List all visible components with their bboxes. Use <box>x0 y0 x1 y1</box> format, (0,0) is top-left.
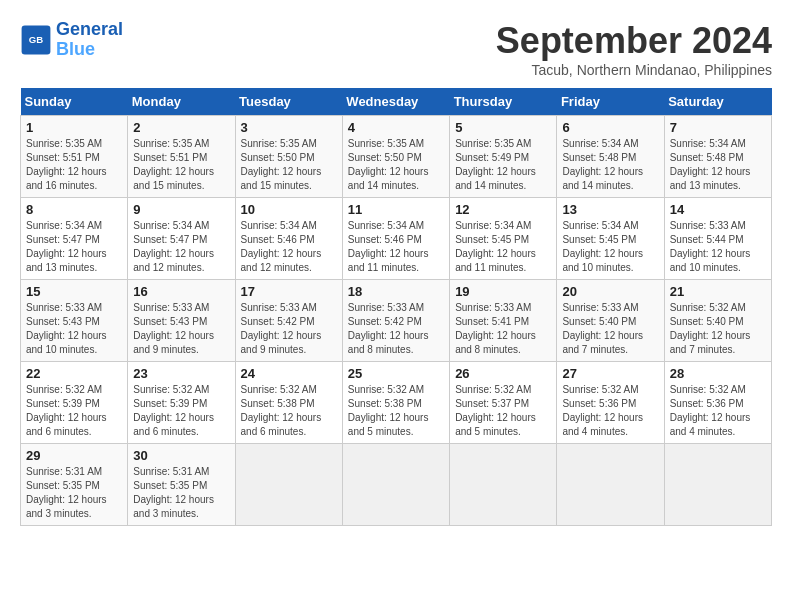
day-number: 1 <box>26 120 122 135</box>
svg-text:GB: GB <box>29 34 43 45</box>
day-info: Sunrise: 5:32 AMSunset: 5:38 PMDaylight:… <box>348 383 444 439</box>
day-number: 6 <box>562 120 658 135</box>
day-info: Sunrise: 5:35 AMSunset: 5:51 PMDaylight:… <box>26 137 122 193</box>
day-number: 20 <box>562 284 658 299</box>
day-number: 21 <box>670 284 766 299</box>
logo: GB General Blue <box>20 20 123 60</box>
day-number: 29 <box>26 448 122 463</box>
header-thursday: Thursday <box>450 88 557 116</box>
calendar-day-16: 16Sunrise: 5:33 AMSunset: 5:43 PMDayligh… <box>128 280 235 362</box>
calendar-day-7: 7Sunrise: 5:34 AMSunset: 5:48 PMDaylight… <box>664 116 771 198</box>
calendar-day-1: 1Sunrise: 5:35 AMSunset: 5:51 PMDaylight… <box>21 116 128 198</box>
calendar-day-4: 4Sunrise: 5:35 AMSunset: 5:50 PMDaylight… <box>342 116 449 198</box>
day-number: 12 <box>455 202 551 217</box>
day-info: Sunrise: 5:34 AMSunset: 5:47 PMDaylight:… <box>133 219 229 275</box>
day-number: 28 <box>670 366 766 381</box>
day-number: 17 <box>241 284 337 299</box>
location-subtitle: Tacub, Northern Mindanao, Philippines <box>496 62 772 78</box>
day-number: 5 <box>455 120 551 135</box>
calendar-day-23: 23Sunrise: 5:32 AMSunset: 5:39 PMDayligh… <box>128 362 235 444</box>
calendar-week-5: 29Sunrise: 5:31 AMSunset: 5:35 PMDayligh… <box>21 444 772 526</box>
day-info: Sunrise: 5:33 AMSunset: 5:42 PMDaylight:… <box>348 301 444 357</box>
calendar-day-17: 17Sunrise: 5:33 AMSunset: 5:42 PMDayligh… <box>235 280 342 362</box>
calendar-day-10: 10Sunrise: 5:34 AMSunset: 5:46 PMDayligh… <box>235 198 342 280</box>
day-info: Sunrise: 5:34 AMSunset: 5:48 PMDaylight:… <box>670 137 766 193</box>
day-info: Sunrise: 5:32 AMSunset: 5:39 PMDaylight:… <box>133 383 229 439</box>
calendar-day-28: 28Sunrise: 5:32 AMSunset: 5:36 PMDayligh… <box>664 362 771 444</box>
day-info: Sunrise: 5:35 AMSunset: 5:50 PMDaylight:… <box>348 137 444 193</box>
day-info: Sunrise: 5:34 AMSunset: 5:45 PMDaylight:… <box>455 219 551 275</box>
calendar-day-5: 5Sunrise: 5:35 AMSunset: 5:49 PMDaylight… <box>450 116 557 198</box>
calendar-day-9: 9Sunrise: 5:34 AMSunset: 5:47 PMDaylight… <box>128 198 235 280</box>
day-number: 7 <box>670 120 766 135</box>
day-info: Sunrise: 5:34 AMSunset: 5:48 PMDaylight:… <box>562 137 658 193</box>
calendar-day-29: 29Sunrise: 5:31 AMSunset: 5:35 PMDayligh… <box>21 444 128 526</box>
calendar-day-2: 2Sunrise: 5:35 AMSunset: 5:51 PMDaylight… <box>128 116 235 198</box>
header-saturday: Saturday <box>664 88 771 116</box>
day-number: 16 <box>133 284 229 299</box>
day-number: 11 <box>348 202 444 217</box>
calendar-day-26: 26Sunrise: 5:32 AMSunset: 5:37 PMDayligh… <box>450 362 557 444</box>
calendar-day-3: 3Sunrise: 5:35 AMSunset: 5:50 PMDaylight… <box>235 116 342 198</box>
calendar-day-12: 12Sunrise: 5:34 AMSunset: 5:45 PMDayligh… <box>450 198 557 280</box>
header-monday: Monday <box>128 88 235 116</box>
day-info: Sunrise: 5:35 AMSunset: 5:50 PMDaylight:… <box>241 137 337 193</box>
calendar-day-empty <box>450 444 557 526</box>
day-number: 30 <box>133 448 229 463</box>
calendar-day-14: 14Sunrise: 5:33 AMSunset: 5:44 PMDayligh… <box>664 198 771 280</box>
day-number: 10 <box>241 202 337 217</box>
day-info: Sunrise: 5:34 AMSunset: 5:45 PMDaylight:… <box>562 219 658 275</box>
page-header: GB General Blue September 2024 Tacub, No… <box>20 20 772 78</box>
calendar-week-2: 8Sunrise: 5:34 AMSunset: 5:47 PMDaylight… <box>21 198 772 280</box>
day-info: Sunrise: 5:33 AMSunset: 5:41 PMDaylight:… <box>455 301 551 357</box>
calendar-day-27: 27Sunrise: 5:32 AMSunset: 5:36 PMDayligh… <box>557 362 664 444</box>
calendar-day-20: 20Sunrise: 5:33 AMSunset: 5:40 PMDayligh… <box>557 280 664 362</box>
day-info: Sunrise: 5:34 AMSunset: 5:47 PMDaylight:… <box>26 219 122 275</box>
day-number: 19 <box>455 284 551 299</box>
day-info: Sunrise: 5:33 AMSunset: 5:42 PMDaylight:… <box>241 301 337 357</box>
day-info: Sunrise: 5:34 AMSunset: 5:46 PMDaylight:… <box>348 219 444 275</box>
calendar-day-empty <box>664 444 771 526</box>
day-info: Sunrise: 5:35 AMSunset: 5:51 PMDaylight:… <box>133 137 229 193</box>
day-number: 23 <box>133 366 229 381</box>
day-info: Sunrise: 5:33 AMSunset: 5:43 PMDaylight:… <box>26 301 122 357</box>
day-number: 13 <box>562 202 658 217</box>
calendar-table: SundayMondayTuesdayWednesdayThursdayFrid… <box>20 88 772 526</box>
calendar-week-3: 15Sunrise: 5:33 AMSunset: 5:43 PMDayligh… <box>21 280 772 362</box>
day-number: 25 <box>348 366 444 381</box>
calendar-week-4: 22Sunrise: 5:32 AMSunset: 5:39 PMDayligh… <box>21 362 772 444</box>
day-info: Sunrise: 5:33 AMSunset: 5:43 PMDaylight:… <box>133 301 229 357</box>
day-number: 24 <box>241 366 337 381</box>
logo-text: General Blue <box>56 20 123 60</box>
header-sunday: Sunday <box>21 88 128 116</box>
logo-icon: GB <box>20 24 52 56</box>
calendar-day-empty <box>235 444 342 526</box>
day-number: 27 <box>562 366 658 381</box>
month-title: September 2024 <box>496 20 772 62</box>
day-info: Sunrise: 5:34 AMSunset: 5:46 PMDaylight:… <box>241 219 337 275</box>
day-info: Sunrise: 5:31 AMSunset: 5:35 PMDaylight:… <box>26 465 122 521</box>
day-info: Sunrise: 5:33 AMSunset: 5:44 PMDaylight:… <box>670 219 766 275</box>
day-info: Sunrise: 5:31 AMSunset: 5:35 PMDaylight:… <box>133 465 229 521</box>
day-number: 9 <box>133 202 229 217</box>
day-number: 14 <box>670 202 766 217</box>
calendar-day-18: 18Sunrise: 5:33 AMSunset: 5:42 PMDayligh… <box>342 280 449 362</box>
header-wednesday: Wednesday <box>342 88 449 116</box>
day-number: 26 <box>455 366 551 381</box>
calendar-day-15: 15Sunrise: 5:33 AMSunset: 5:43 PMDayligh… <box>21 280 128 362</box>
calendar-day-21: 21Sunrise: 5:32 AMSunset: 5:40 PMDayligh… <box>664 280 771 362</box>
calendar-day-11: 11Sunrise: 5:34 AMSunset: 5:46 PMDayligh… <box>342 198 449 280</box>
day-info: Sunrise: 5:32 AMSunset: 5:40 PMDaylight:… <box>670 301 766 357</box>
calendar-week-1: 1Sunrise: 5:35 AMSunset: 5:51 PMDaylight… <box>21 116 772 198</box>
header-friday: Friday <box>557 88 664 116</box>
day-number: 18 <box>348 284 444 299</box>
day-number: 22 <box>26 366 122 381</box>
day-number: 2 <box>133 120 229 135</box>
calendar-day-6: 6Sunrise: 5:34 AMSunset: 5:48 PMDaylight… <box>557 116 664 198</box>
day-info: Sunrise: 5:32 AMSunset: 5:36 PMDaylight:… <box>562 383 658 439</box>
calendar-day-24: 24Sunrise: 5:32 AMSunset: 5:38 PMDayligh… <box>235 362 342 444</box>
calendar-day-empty <box>557 444 664 526</box>
day-info: Sunrise: 5:33 AMSunset: 5:40 PMDaylight:… <box>562 301 658 357</box>
day-info: Sunrise: 5:35 AMSunset: 5:49 PMDaylight:… <box>455 137 551 193</box>
day-info: Sunrise: 5:32 AMSunset: 5:39 PMDaylight:… <box>26 383 122 439</box>
